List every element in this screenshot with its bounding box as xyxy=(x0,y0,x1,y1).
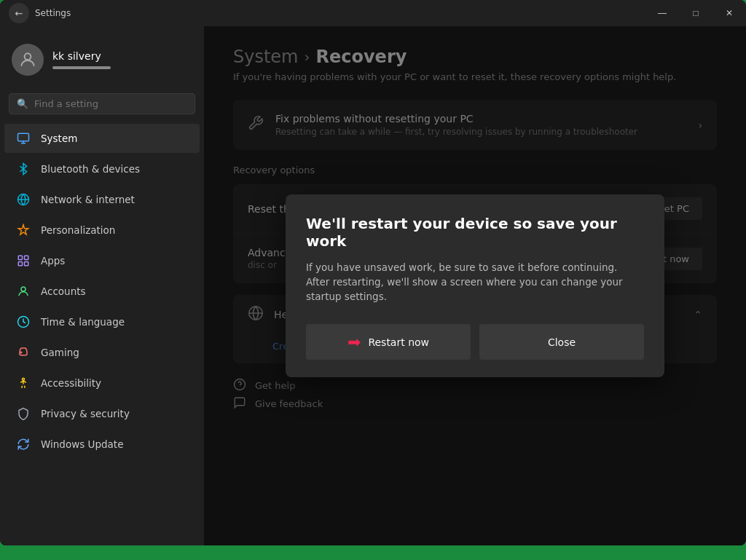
system-icon xyxy=(16,131,31,146)
sidebar-item-privacy-label: Privacy & security xyxy=(41,408,130,419)
sidebar-item-personalization[interactable]: Personalization xyxy=(4,216,200,245)
time-icon xyxy=(16,315,31,329)
sidebar-item-gaming[interactable]: Gaming xyxy=(4,338,200,367)
svg-rect-4 xyxy=(25,256,28,259)
sidebar-item-gaming-label: Gaming xyxy=(41,347,79,358)
svg-rect-3 xyxy=(18,256,22,259)
modal-body: If you have unsaved work, be sure to sav… xyxy=(306,260,644,304)
modal-restart-label: Restart now xyxy=(368,336,429,348)
sidebar-item-windows-update[interactable]: Windows Update xyxy=(4,430,200,459)
svg-point-9 xyxy=(23,378,25,380)
sidebar-item-time-label: Time & language xyxy=(41,316,125,328)
content-area: System › Recovery If you're having probl… xyxy=(204,26,746,545)
close-button[interactable]: ✕ xyxy=(712,0,746,26)
svg-point-7 xyxy=(21,287,25,291)
accounts-icon xyxy=(16,284,31,299)
sidebar-item-accessibility[interactable]: Accessibility xyxy=(4,368,200,398)
taskbar xyxy=(0,545,746,560)
avatar xyxy=(12,44,44,76)
sidebar-item-apps[interactable]: Apps xyxy=(4,246,200,275)
search-input[interactable] xyxy=(34,98,187,109)
privacy-icon xyxy=(16,406,31,421)
user-bar xyxy=(52,66,111,69)
sidebar-item-accounts-label: Accounts xyxy=(41,285,86,297)
sidebar-item-system-label: System xyxy=(41,133,77,144)
modal-overlay: We'll restart your device so save your w… xyxy=(204,26,746,545)
apps-icon xyxy=(16,253,31,268)
username: kk silvery xyxy=(52,50,192,62)
window-title: Settings xyxy=(35,8,71,18)
back-button[interactable]: ← xyxy=(9,3,29,23)
accessibility-icon xyxy=(16,376,31,390)
search-box[interactable]: 🔍 xyxy=(9,93,195,114)
windows-update-icon xyxy=(16,437,31,451)
sidebar-item-accounts[interactable]: Accounts xyxy=(4,277,200,306)
window-controls: — □ ✕ xyxy=(645,0,746,26)
sidebar-item-accessibility-label: Accessibility xyxy=(41,377,101,389)
minimize-button[interactable]: — xyxy=(645,0,679,26)
maximize-button[interactable]: □ xyxy=(679,0,712,26)
user-section[interactable]: kk silvery xyxy=(0,35,204,84)
sidebar: kk silvery 🔍 System xyxy=(0,26,204,545)
gaming-icon xyxy=(16,345,31,360)
titlebar: ← Settings — □ ✕ xyxy=(0,0,746,26)
modal-close-button[interactable]: Close xyxy=(479,324,644,360)
user-info: kk silvery xyxy=(52,50,192,69)
sidebar-item-apps-label: Apps xyxy=(41,255,65,267)
modal-restart-button[interactable]: ➡ Restart now xyxy=(306,324,471,360)
sidebar-item-personalization-label: Personalization xyxy=(41,224,115,236)
sidebar-item-network-label: Network & internet xyxy=(41,194,135,205)
sidebar-item-bluetooth[interactable]: Bluetooth & devices xyxy=(4,154,200,184)
personalization-icon xyxy=(16,223,31,237)
restart-modal: We'll restart your device so save your w… xyxy=(286,194,664,378)
svg-rect-5 xyxy=(18,262,22,266)
bluetooth-icon xyxy=(16,162,31,176)
svg-point-0 xyxy=(25,53,31,60)
modal-title: We'll restart your device so save your w… xyxy=(306,215,644,250)
sidebar-item-windows-update-label: Windows Update xyxy=(41,438,123,450)
sidebar-item-network[interactable]: Network & internet xyxy=(4,185,200,214)
sidebar-item-privacy[interactable]: Privacy & security xyxy=(4,399,200,428)
sidebar-item-bluetooth-label: Bluetooth & devices xyxy=(41,163,140,175)
sidebar-item-system[interactable]: System xyxy=(4,124,200,153)
svg-rect-1 xyxy=(18,133,29,141)
sidebar-item-time[interactable]: Time & language xyxy=(4,307,200,336)
network-icon xyxy=(16,192,31,207)
svg-rect-6 xyxy=(25,262,28,266)
arrow-right-icon: ➡ xyxy=(348,333,361,351)
search-icon: 🔍 xyxy=(17,98,28,109)
modal-buttons: ➡ Restart now Close xyxy=(306,324,644,360)
